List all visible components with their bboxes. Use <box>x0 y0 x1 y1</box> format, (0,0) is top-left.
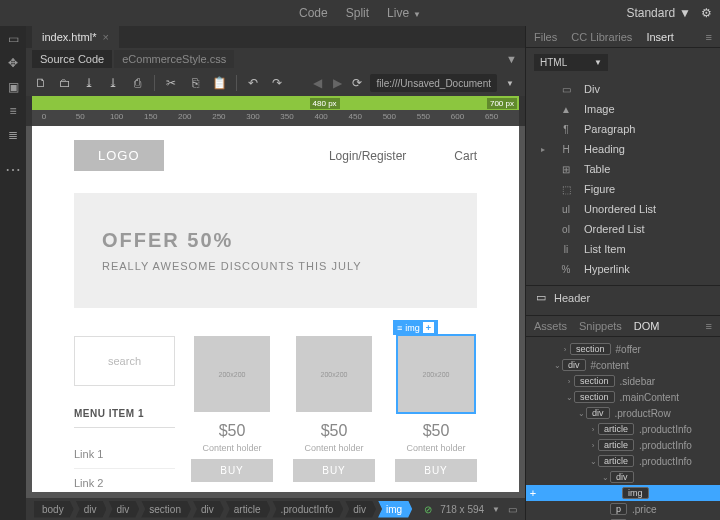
snippets-tab[interactable]: Snippets <box>579 320 622 332</box>
view-code-tab[interactable]: Code <box>299 6 328 20</box>
element-selection-badge[interactable]: ≡ img + <box>393 320 438 335</box>
dom-tree[interactable]: ›section#offer⌄div#content›section.sideb… <box>526 337 720 520</box>
product-card[interactable]: ≡ img + 200x200 $50 Content holder BUY <box>395 336 477 492</box>
insert-item-image[interactable]: ▲Image <box>526 99 720 119</box>
buy-button[interactable]: BUY <box>191 459 273 482</box>
panel-menu-icon[interactable]: ≡ <box>706 320 712 332</box>
dom-node-section[interactable]: ⌄section.mainContent <box>526 389 720 405</box>
undo-icon[interactable]: ↶ <box>246 76 260 90</box>
insert-before-icon[interactable]: + <box>526 486 540 500</box>
cc-libraries-tab[interactable]: CC Libraries <box>571 31 632 43</box>
paste-icon[interactable]: 📋 <box>212 76 226 90</box>
breadcrumb-tag[interactable]: div <box>193 501 224 518</box>
redo-icon[interactable]: ↷ <box>270 76 284 90</box>
buy-button[interactable]: BUY <box>395 459 477 482</box>
filter-icon[interactable]: ▼ <box>506 53 517 65</box>
media-query-bar[interactable]: 480 px 700 px <box>32 96 519 110</box>
insert-item-div[interactable]: ▭Div <box>526 79 720 99</box>
workspace-selector[interactable]: Standard▼ <box>626 6 691 20</box>
refresh-icon[interactable]: ⟳ <box>350 76 364 90</box>
product-description: Content holder <box>293 443 375 453</box>
print-icon[interactable]: ⎙ <box>130 76 144 90</box>
view-live-tab[interactable]: Live▼ <box>387 6 421 20</box>
dom-node-img[interactable]: +img <box>526 485 720 501</box>
sync-settings-icon[interactable]: ⚙ <box>701 6 712 20</box>
source-tab-bar: Source Code eCommerceStyle.css ▼ <box>26 48 525 70</box>
assets-tab[interactable]: Assets <box>534 320 567 332</box>
add-element-icon[interactable]: + <box>423 322 434 333</box>
header-insert-item[interactable]: ▭ Header <box>526 285 720 309</box>
breadcrumb-tag-active[interactable]: img <box>378 501 412 518</box>
dom-tab[interactable]: DOM <box>634 320 660 332</box>
open-file-icon[interactable]: 🗀 <box>58 76 72 90</box>
hamburger-icon[interactable]: ≡ <box>397 323 402 333</box>
product-image: 200x200 <box>296 336 372 412</box>
site-logo[interactable]: LOGO <box>74 140 164 171</box>
breadcrumb-tag[interactable]: article <box>226 501 271 518</box>
sidebar-link-1[interactable]: Link 1 <box>74 440 175 469</box>
cart-link[interactable]: Cart <box>454 149 477 163</box>
product-image-selected[interactable]: 200x200 <box>398 336 474 412</box>
save-icon[interactable]: ⤓ <box>82 76 96 90</box>
dom-node-section[interactable]: ›section#offer <box>526 341 720 357</box>
live-preview-canvas[interactable]: LOGO Login/Register Cart OFFER 50% REALL… <box>32 126 519 492</box>
css-designer-icon[interactable]: ≡ <box>6 104 20 118</box>
insert-item-list-item[interactable]: liList Item <box>526 239 720 259</box>
dom-node-article[interactable]: ›article.productInfo <box>526 437 720 453</box>
sidebar-link-2[interactable]: Link 2 <box>74 469 175 492</box>
file-tab-bar: index.html* <box>26 26 525 48</box>
dom-node-div[interactable]: ⌄div.productRow <box>526 405 720 421</box>
breadcrumb-tag[interactable]: section <box>141 501 191 518</box>
breadcrumb-tag[interactable]: div <box>76 501 107 518</box>
dom-node-div[interactable]: ⌄div#content <box>526 357 720 373</box>
breakpoint-marker-480[interactable]: 480 px <box>310 98 340 109</box>
device-preview-icon[interactable]: ▭ <box>508 504 517 515</box>
product-card[interactable]: 200x200 $50 Content holder BUY <box>293 336 375 492</box>
save-all-icon[interactable]: ⤓ <box>106 76 120 90</box>
insert-item-hyperlink[interactable]: %Hyperlink <box>526 259 720 279</box>
insert-item-unordered-list[interactable]: ulUnordered List <box>526 199 720 219</box>
file-tab-index[interactable]: index.html* <box>32 26 119 48</box>
breadcrumb-tag[interactable]: div <box>345 501 376 518</box>
status-ok-icon: ⊘ <box>424 504 432 515</box>
insert-item-figure[interactable]: ⬚Figure <box>526 179 720 199</box>
dom-node-article[interactable]: ⌄article.productInfo <box>526 453 720 469</box>
view-split-tab[interactable]: Split <box>346 6 369 20</box>
insert-item-heading[interactable]: ▸HHeading <box>526 139 720 159</box>
address-bar[interactable]: file:///Unsaved_Document <box>370 74 497 92</box>
dom-node-section[interactable]: ›section.sidebar <box>526 373 720 389</box>
breadcrumb-tag[interactable]: body <box>34 501 74 518</box>
offer-title: OFFER 50% <box>102 229 449 252</box>
nav-forward-icon[interactable]: ▶ <box>330 76 344 90</box>
dom-node-article[interactable]: ›article.productInfo <box>526 421 720 437</box>
insert-item-ordered-list[interactable]: olOrdered List <box>526 219 720 239</box>
insert-category-select[interactable]: HTML▼ <box>534 54 608 71</box>
copy-icon[interactable]: ⎘ <box>188 76 202 90</box>
insert-item-table[interactable]: ⊞Table <box>526 159 720 179</box>
dom-node-p[interactable]: p.price <box>526 501 720 517</box>
header-icon: ▭ <box>536 291 546 304</box>
files-tab[interactable]: Files <box>534 31 557 43</box>
extract-icon[interactable]: ▣ <box>6 80 20 94</box>
more-tools-icon[interactable]: ⋯ <box>5 160 21 179</box>
manage-sites-icon[interactable]: ✥ <box>6 56 20 70</box>
css-file-tab[interactable]: eCommerceStyle.css <box>114 50 234 68</box>
search-input[interactable]: search <box>74 336 175 386</box>
new-file-icon[interactable]: 🗋 <box>34 76 48 90</box>
dom-node-div[interactable]: ⌄div <box>526 469 720 485</box>
breakpoint-marker-700[interactable]: 700 px <box>487 98 517 109</box>
product-card[interactable]: 200x200 $50 Content holder BUY <box>191 336 273 492</box>
address-dropdown-icon[interactable]: ▼ <box>503 79 517 88</box>
breadcrumb-tag[interactable]: div <box>108 501 139 518</box>
source-code-tab[interactable]: Source Code <box>32 50 112 68</box>
login-register-link[interactable]: Login/Register <box>329 149 406 163</box>
buy-button[interactable]: BUY <box>293 459 375 482</box>
insert-item-paragraph[interactable]: ¶Paragraph <box>526 119 720 139</box>
insert-tab[interactable]: Insert <box>646 31 674 43</box>
files-panel-icon[interactable]: ▭ <box>6 32 20 46</box>
panel-menu-icon[interactable]: ≡ <box>706 31 712 43</box>
breadcrumb-tag[interactable]: .productInfo <box>272 501 343 518</box>
nav-back-icon[interactable]: ◀ <box>310 76 324 90</box>
cut-icon[interactable]: ✂ <box>164 76 178 90</box>
layers-icon[interactable]: ≣ <box>6 128 20 142</box>
